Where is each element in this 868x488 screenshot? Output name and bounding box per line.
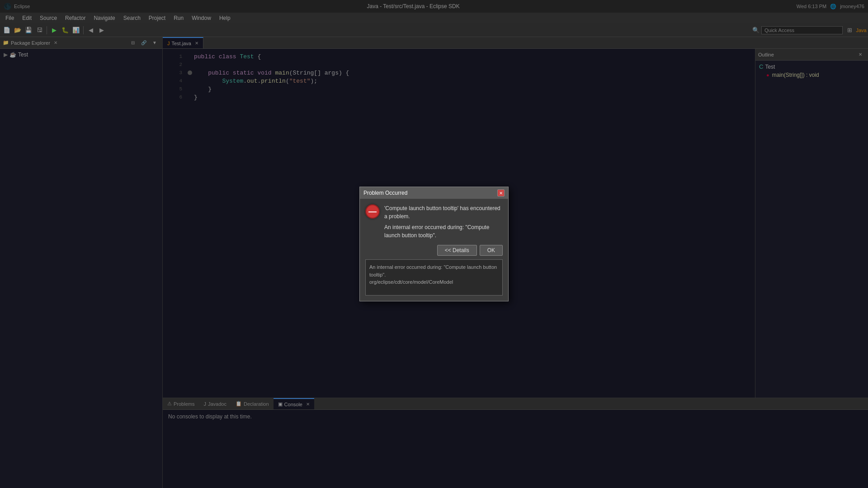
dialog-error-row: — 'Compute launch button tooltip' has en… <box>365 204 503 239</box>
dialog-titlebar: Problem Occurred ✕ <box>360 187 508 199</box>
dialog-buttons: << Details OK <box>365 245 503 256</box>
dialog-body: — 'Compute launch button tooltip' has en… <box>360 199 508 301</box>
dialog-message-line2: An internal error occurred during: "Comp… <box>384 223 503 239</box>
dialog-message-line1: 'Compute launch button tooltip' has enco… <box>384 204 503 221</box>
problem-occurred-dialog: Problem Occurred ✕ — 'Compute launch but… <box>359 187 509 301</box>
error-icon: — <box>365 204 380 219</box>
details-button[interactable]: << Details <box>437 245 477 256</box>
dialog-details-area: An internal error occurred during: "Comp… <box>365 259 503 296</box>
dialog-details-text: An internal error occurred during: "Comp… <box>369 264 497 285</box>
ok-button[interactable]: OK <box>480 245 503 256</box>
dialog-close-button[interactable]: ✕ <box>497 189 505 197</box>
dialog-overlay: Problem Occurred ✕ — 'Compute launch but… <box>0 0 868 488</box>
dialog-message: 'Compute launch button tooltip' has enco… <box>384 204 503 239</box>
dialog-title: Problem Occurred <box>363 190 407 196</box>
